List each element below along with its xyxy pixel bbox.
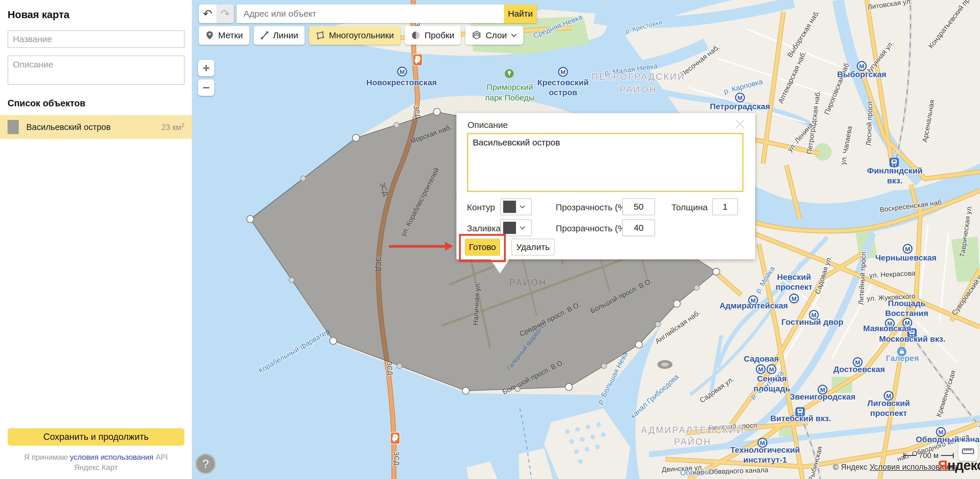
map-label: Звенигородская [790, 392, 855, 401]
chevron-down-icon [520, 205, 525, 208]
polygon-vertex-handle[interactable] [673, 300, 680, 307]
map-label: площадь [753, 384, 790, 393]
undo-icon: ↶ [203, 7, 212, 20]
terms-link[interactable]: условия использования [70, 453, 154, 461]
metro-icon: М [790, 294, 799, 303]
map-label: Выборгская [837, 70, 886, 79]
svg-text:М: М [560, 68, 566, 75]
search-input[interactable] [237, 5, 504, 23]
map-label: Технологический [730, 446, 800, 455]
map-label: АДМИРАЛТЕЙСКИЙ [641, 425, 745, 435]
outline-opacity-input[interactable] [622, 198, 655, 215]
map-name-input[interactable] [8, 30, 185, 48]
redo-button[interactable]: ↷ [216, 5, 234, 23]
metro-icon: М [756, 365, 765, 374]
svg-text:М: М [737, 94, 743, 101]
polygon-midpoint-handle[interactable] [289, 277, 294, 283]
polygon-midpoint-handle[interactable] [394, 123, 399, 127]
polygon-midpoint-handle[interactable] [655, 321, 660, 327]
map-label: Восстания [885, 309, 928, 318]
svg-text:₽: ₽ [393, 434, 398, 442]
stadium-icon [657, 360, 673, 369]
map-label: Сенная [757, 374, 787, 383]
park-icon [505, 69, 514, 78]
map-label: парк Победы [485, 93, 535, 102]
fill-color-select[interactable] [500, 220, 532, 236]
yandex-map-constructor: Новая карта Список объектов Васильевский… [0, 0, 980, 479]
tool-lines[interactable]: Линии [254, 26, 305, 45]
zoom-out-button[interactable]: − [198, 80, 214, 96]
metro-icon: М [903, 245, 912, 253]
map-label: Московский вкз. [879, 334, 945, 344]
redo-icon: ↷ [221, 7, 230, 20]
polygon-midpoint-handle[interactable] [694, 285, 699, 290]
object-area: 23 км2 [161, 123, 184, 132]
chevron-down-icon [520, 226, 525, 229]
map-label: ЗСД [393, 452, 401, 466]
map-label: Приморский [487, 83, 533, 92]
map-label: институт-1 [743, 455, 787, 465]
polygon-midpoint-handle[interactable] [515, 387, 520, 391]
outline-color-select[interactable] [500, 198, 532, 215]
polygon-vertex-handle[interactable] [713, 268, 720, 275]
thickness-input[interactable] [712, 198, 738, 215]
fill-opacity-label: Прозрачность (%) [556, 223, 628, 233]
dialog-tail [490, 259, 510, 274]
polygon-midpoint-handle[interactable] [397, 363, 402, 369]
polygon-vertex-handle[interactable] [352, 134, 360, 142]
zoom-in-button[interactable]: + [198, 60, 214, 76]
polygon-vertex-handle[interactable] [433, 108, 441, 115]
map-label: Чернышевская [875, 253, 937, 262]
tool-placemarks[interactable]: Метки [199, 26, 250, 45]
polygon-icon [315, 31, 325, 40]
polygon-vertex-handle[interactable] [462, 387, 469, 394]
terms-footer: Я принимаю условия использования API Янд… [8, 452, 184, 473]
layers-icon [472, 30, 482, 40]
tool-polygons[interactable]: Многоугольники [309, 26, 400, 45]
svg-text:М: М [886, 393, 891, 399]
page-title: Новая карта [8, 9, 184, 21]
map-label: Крестовский [537, 78, 589, 87]
map-label: Маяковская [863, 324, 911, 333]
toll-road-icon: ₽ [413, 54, 422, 66]
ruler-icon [962, 448, 974, 455]
map-label: РАЙОН [620, 84, 657, 95]
polygon-midpoint-handle[interactable] [301, 176, 306, 181]
svg-text:М: М [905, 246, 910, 252]
svg-text:М: М [758, 366, 763, 373]
map-label: Адмиралтейская [719, 301, 788, 310]
polygon-properties-dialog: Описание Васильевский остров Контур Проз… [457, 113, 755, 259]
delete-button[interactable]: Удалить [511, 239, 555, 256]
map-label: Финляндский [867, 166, 923, 175]
polygon-midpoint-handle[interactable] [601, 363, 606, 369]
map-label: остров [549, 88, 577, 97]
object-name: Васильевский остров [26, 123, 161, 132]
polygon-vertex-handle[interactable] [635, 341, 643, 348]
object-color-swatch [8, 120, 19, 134]
undo-button[interactable]: ↶ [199, 5, 216, 23]
done-button[interactable]: Готово [465, 239, 500, 256]
description-textarea[interactable]: Васильевский остров [467, 133, 743, 192]
metro-icon: М [558, 67, 567, 76]
fill-opacity-input[interactable] [622, 220, 655, 236]
close-icon[interactable] [735, 118, 748, 130]
save-continue-button[interactable]: Сохранить и продолжить [8, 428, 184, 446]
polygon-vertex-handle[interactable] [565, 384, 572, 390]
toll-road-icon: ₽ [390, 432, 400, 444]
tool-traffic[interactable]: Пробки [405, 26, 461, 45]
map-label: Достоевская [834, 365, 885, 374]
search-button[interactable]: Найти [504, 5, 537, 23]
polygon-vertex-handle[interactable] [330, 337, 337, 344]
svg-text:М: М [399, 68, 405, 75]
map-label: Лиговский [867, 399, 910, 408]
map-label: Новокрестовская [366, 78, 437, 87]
svg-text:М: М [938, 429, 943, 436]
sidebar: Новая карта Список объектов Васильевский… [0, 0, 192, 479]
svg-text:М: М [769, 366, 774, 373]
metro-icon: М [736, 93, 745, 102]
polygon-vertex-handle[interactable] [247, 216, 254, 223]
object-list-item[interactable]: Васильевский остров 23 км2 [0, 115, 192, 139]
tool-layers[interactable]: Слои [465, 26, 523, 45]
help-button[interactable]: ? [195, 453, 216, 474]
map-description-input[interactable] [8, 56, 185, 85]
